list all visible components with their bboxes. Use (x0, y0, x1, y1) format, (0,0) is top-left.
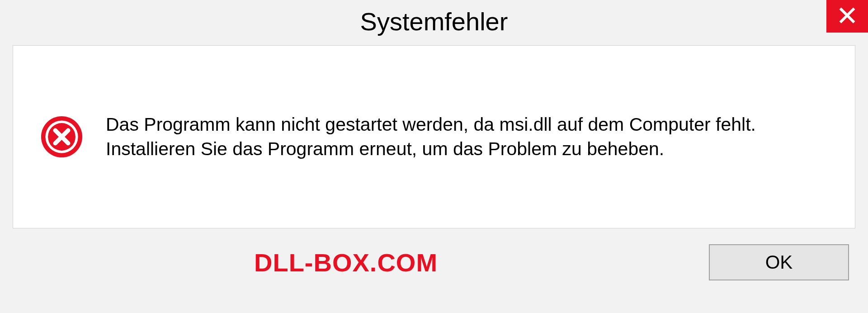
error-message: Das Programm kann nicht gestartet werden… (106, 113, 832, 161)
dialog-title: Systemfehler (0, 0, 868, 45)
watermark-text: DLL-BOX.COM (254, 248, 438, 277)
close-button[interactable] (826, 0, 868, 33)
error-icon (40, 115, 83, 158)
message-panel: Das Programm kann nicht gestartet werden… (13, 45, 855, 228)
dialog-footer: DLL-BOX.COM OK (0, 228, 868, 280)
ok-button[interactable]: OK (709, 244, 849, 280)
close-icon (838, 6, 856, 26)
